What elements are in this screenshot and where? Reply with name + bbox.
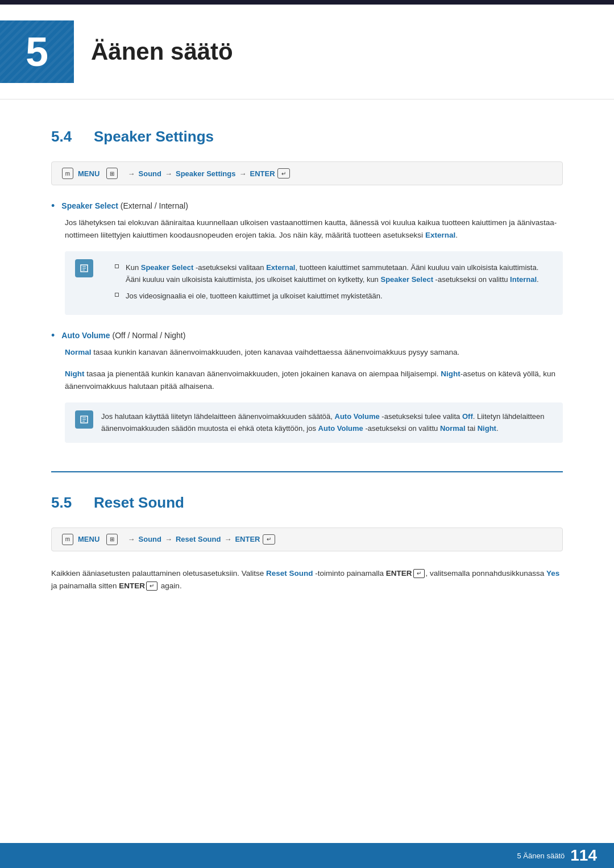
- nav-arrow-2: →: [165, 169, 172, 178]
- bullet-dot-2: •: [51, 330, 55, 342]
- speaker-select-section: • Speaker Select (External / Internal) J…: [51, 201, 563, 315]
- auto-volume-label: Auto Volume: [61, 331, 110, 340]
- menu-icon: m: [62, 168, 73, 179]
- chapter-number: 5: [0, 20, 74, 83]
- grid-icon-55: ⊞: [106, 534, 118, 545]
- section-5-header: 5.5 Reset Sound: [51, 494, 563, 512]
- speaker-select-bullet: • Speaker Select (External / Internal): [51, 201, 563, 212]
- section-5-title: Reset Sound: [94, 494, 184, 512]
- menu-label-55: MENU: [78, 535, 99, 543]
- chapter-header: 5 Äänen säätö: [0, 5, 614, 99]
- sub-bullet-list-1: Kun Speaker Select -asetukseksi valitaan…: [115, 261, 553, 302]
- sub-bullet-dot-2: [115, 293, 119, 297]
- nav-sound-55: Sound: [139, 535, 161, 543]
- menu-label: MENU: [78, 169, 99, 178]
- nav-enter-label-55: ENTER: [235, 535, 260, 543]
- reset-sound-body: Kaikkien ääniasetusten palauttaminen ole…: [51, 567, 563, 593]
- nav-arrow-55-3: →: [224, 535, 231, 543]
- main-content: 5.4 Speaker Settings m MENU ⊞ → Sound → …: [0, 99, 614, 626]
- nav-arrow-55-2: →: [165, 535, 172, 543]
- speaker-select-options: (External / Internal): [121, 201, 188, 210]
- footer-page-number: 114: [570, 846, 597, 865]
- sub-bullet-item-2: Jos videosignaalia ei ole, tuotteen kaiu…: [115, 290, 553, 302]
- header-stripe: [0, 0, 614, 5]
- inline-enter-icon-1: ↵: [413, 569, 425, 578]
- menu-icon-55: m: [62, 534, 73, 545]
- auto-volume-section: • Auto Volume (Off / Normal / Night) Nor…: [51, 331, 563, 443]
- footer-text: 5 Äänen säätö: [517, 852, 565, 860]
- speaker-select-note-box: Kun Speaker Select -asetukseksi valitaan…: [65, 251, 563, 315]
- enter-icon: ↵: [277, 168, 290, 178]
- nav-sound: Sound: [139, 169, 161, 178]
- bullet-dot-1: •: [51, 200, 55, 212]
- chapter-title: Äänen säätö: [91, 38, 233, 65]
- sub-bullet-text-1: Kun Speaker Select -asetukseksi valitaan…: [126, 261, 553, 286]
- inline-enter-icon-2: ↵: [146, 582, 157, 591]
- note-icon-1: [75, 259, 93, 277]
- nav-enter-label: ENTER: [250, 169, 275, 178]
- sub-bullet-item-1: Kun Speaker Select -asetukseksi valitaan…: [115, 261, 553, 286]
- auto-volume-note-box: Jos halutaan käyttää liitetyn lähdelaitt…: [65, 402, 563, 443]
- enter-icon-55: ↵: [263, 534, 275, 545]
- nav-reset-sound: Reset Sound: [176, 535, 221, 543]
- auto-volume-bullet: • Auto Volume (Off / Normal / Night): [51, 331, 563, 342]
- speaker-select-label: Speaker Select: [61, 201, 118, 210]
- section-divider: [51, 471, 563, 472]
- auto-volume-normal-text: Normal tasaa kunkin kanavan äänenvoimakk…: [51, 346, 563, 359]
- section-4-number: 5.4: [51, 128, 82, 146]
- sub-bullet-dot-1: [115, 264, 119, 268]
- auto-volume-night-text: Night tasaa ja pienentää kunkin kanavan …: [51, 368, 563, 393]
- speaker-select-body: Jos lähetyksen tai elokuvan ääniraitaa k…: [51, 217, 563, 242]
- nav-speaker-settings: Speaker Settings: [176, 169, 236, 178]
- nav-path-44: m MENU ⊞ → Sound → Speaker Settings → EN…: [51, 161, 563, 185]
- section-4-title: Speaker Settings: [94, 128, 214, 146]
- section-5-number: 5.5: [51, 494, 82, 512]
- auto-volume-note-content: Jos halutaan käyttää liitetyn lähdelaitt…: [101, 410, 553, 435]
- nav-path-55: m MENU ⊞ → Sound → Reset Sound → ENTER ↵: [51, 528, 563, 551]
- sub-bullet-text-2: Jos videosignaalia ei ole, tuotteen kaiu…: [126, 290, 383, 302]
- nav-arrow-3: →: [239, 169, 246, 178]
- section-4-header: 5.4 Speaker Settings: [51, 128, 563, 146]
- speaker-select-note-content: Kun Speaker Select -asetukseksi valitaan…: [101, 259, 553, 307]
- page-footer: 5 Äänen säätö 114: [0, 843, 614, 868]
- grid-icon: ⊞: [106, 168, 118, 179]
- nav-arrow-1: →: [128, 169, 135, 178]
- section-5-container: 5.5 Reset Sound m MENU ⊞ → Sound → Reset…: [51, 494, 563, 593]
- auto-volume-options: (Off / Normal / Night): [113, 331, 186, 340]
- note-icon-2: [75, 410, 93, 429]
- nav-arrow-55-1: →: [128, 535, 135, 543]
